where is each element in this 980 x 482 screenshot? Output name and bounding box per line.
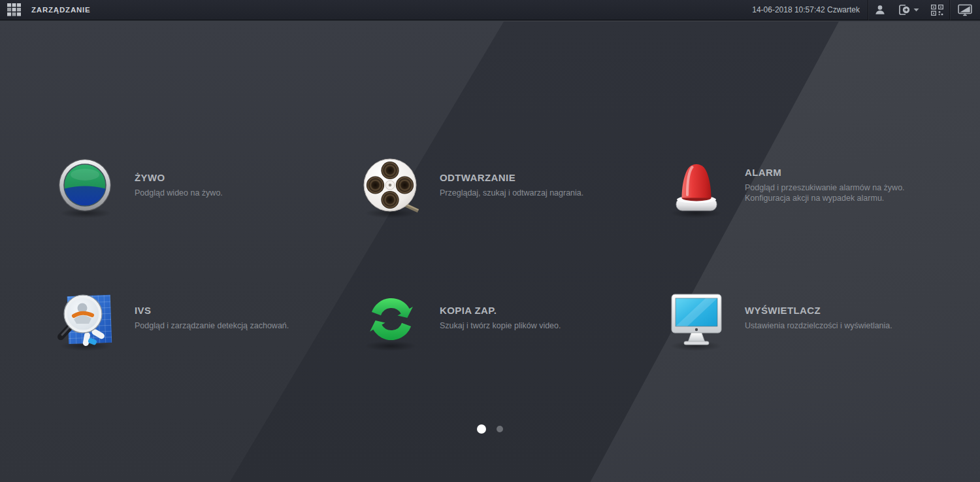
- chevron-down-icon: [913, 8, 919, 12]
- logout-button[interactable]: [892, 0, 925, 20]
- main-canvas: ŻYWO Podgląd wideo na żywo.: [0, 21, 980, 482]
- menu-item-backup[interactable]: KOPIA ZAP. Szukaj i twórz kopie plików v…: [363, 290, 670, 345]
- menu-item-desc: Przeglądaj, szukaj i odtwarzaj nagrania.: [440, 188, 583, 198]
- topbar: ZARZĄDZANIE 14-06-2018 10:57:42 Czwartek: [0, 0, 980, 20]
- live-lens-icon: [57, 158, 112, 213]
- menu-item-title: KOPIA ZAP.: [440, 305, 561, 316]
- user-icon[interactable]: [868, 0, 892, 20]
- menu-item-desc2: Konfiguracja akcji na wypadek alarmu.: [745, 193, 905, 203]
- display-monitor-icon: [668, 290, 723, 345]
- film-reel-icon: [363, 158, 417, 213]
- menu-item-desc: Szukaj i twórz kopie plików video.: [440, 320, 561, 331]
- apps-grid-icon[interactable]: [3, 0, 25, 20]
- menu-item-desc: Podgląd wideo na żywo.: [135, 188, 223, 198]
- screen-adapter-icon[interactable]: [950, 0, 980, 20]
- menu-item-live[interactable]: ŻYWO Podgląd wideo na żywo.: [57, 158, 365, 213]
- menu-item-ivs[interactable]: IVS Podgląd i zarządzanie detekcją zacho…: [57, 290, 365, 345]
- menu-item-desc: Ustawienia rozdzielczości i wyświetlania…: [745, 320, 892, 331]
- menu-item-title: IVS: [135, 305, 289, 316]
- alarm-siren-icon: [668, 158, 723, 213]
- datetime-label: 14-06-2018 10:57:42 Czwartek: [752, 5, 860, 14]
- pagination: [0, 424, 980, 434]
- qr-code-icon[interactable]: [925, 0, 949, 20]
- backup-sync-icon: [363, 290, 417, 345]
- menu-item-title: ALARM: [745, 167, 905, 178]
- page-dot-1[interactable]: [477, 424, 486, 434]
- menu-item-title: WYŚWIETLACZ: [745, 305, 892, 316]
- ivs-magnifier-icon: [57, 290, 112, 345]
- menu-item-display[interactable]: WYŚWIETLACZ Ustawienia rozdzielczości i …: [668, 290, 975, 345]
- page-title: ZARZĄDZANIE: [31, 6, 91, 14]
- menu-item-title: ODTWARZANIE: [440, 172, 583, 183]
- page-dot-2[interactable]: [497, 426, 503, 432]
- menu-item-alarm[interactable]: ALARM Podgląd i przeszukiwanie alarmów n…: [668, 158, 975, 213]
- menu-item-title: ŻYWO: [135, 172, 223, 183]
- menu-item-desc: Podgląd i przeszukiwanie alarmów na żywo…: [745, 182, 905, 193]
- menu-item-playback[interactable]: ODTWARZANIE Przeglądaj, szukaj i odtwarz…: [363, 158, 670, 213]
- menu-item-desc: Podgląd i zarządzanie detekcją zachowań.: [135, 320, 289, 331]
